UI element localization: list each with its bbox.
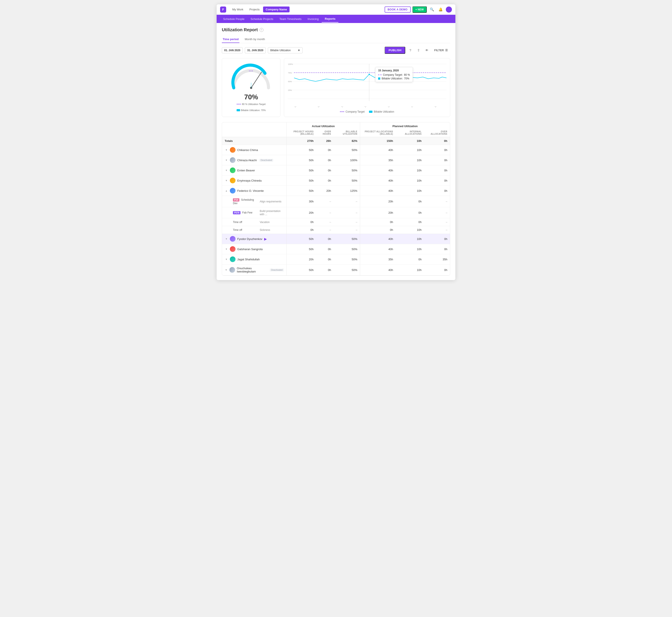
sub-over-hours: – <box>316 218 334 226</box>
cell-project-hours: 50h <box>287 145 316 155</box>
svg-text:50%: 50% <box>288 80 292 83</box>
col-project-alloc: PROJECT ALLOCATIONS (BILLABLE) <box>360 129 396 137</box>
cell-project-alloc: 35h <box>360 155 396 165</box>
nav-company-name[interactable]: Company Name <box>263 6 290 12</box>
avatar <box>230 157 235 163</box>
subnav-schedule-people[interactable]: Schedule People <box>220 16 247 22</box>
person-name: Gatsharan Sangrota <box>237 247 263 251</box>
svg-text:100%: 100% <box>288 63 293 65</box>
cell-project-hours: 50h <box>287 176 316 186</box>
col-internal-alloc: INTERNAL ALLOCATIONS <box>396 129 424 137</box>
table-row: ▼ Jagat Shahidullah 20h 0h 50% 35h 0h 35… <box>222 254 450 264</box>
user-avatar[interactable] <box>446 6 452 13</box>
sub-internal-alloc: 0h <box>396 207 424 218</box>
table-row: ▼ Fyodor Dyuzhenkov ▶ 50h 0h 50% 40h 10h… <box>222 234 450 244</box>
cell-project-alloc: 40h <box>360 186 396 196</box>
table-row: ▲ Federico O. Vincente 50h 20h 125% 40h … <box>222 186 450 196</box>
chevron-icon[interactable]: ▼ <box>225 169 228 172</box>
x-label: 20 Jan <box>387 106 393 108</box>
person-name: Chikanso Chima <box>237 148 258 152</box>
subnav-reports[interactable]: Reports <box>322 15 338 23</box>
sub-row: P578 Fab Few Build presentation with ...… <box>222 207 450 218</box>
table-row: ▼ Gatsharan Sangrota 50h 0h 50% 40h 10h … <box>222 244 450 254</box>
svg-text:75%: 75% <box>288 72 292 74</box>
date-end-input[interactable]: 31. JAN 2020 <box>245 47 266 53</box>
gauge-container: 70% 80 % Utilization Target Billable Uti… <box>222 58 281 117</box>
avatar <box>229 267 235 273</box>
avatar <box>230 188 235 194</box>
help-icon[interactable]: ? <box>260 28 264 32</box>
sub-over-hours: – <box>316 207 334 218</box>
cell-project-alloc: 35h <box>360 254 396 264</box>
report-tabs: Time period Month by month <box>222 36 450 43</box>
subnav-invoicing[interactable]: Invoicing <box>305 16 322 22</box>
person-name: Onuchukwu Iweobiegbulam <box>237 267 267 273</box>
search-icon[interactable]: 🔍 <box>429 6 436 13</box>
project-tag: P578 <box>233 211 240 214</box>
tab-month-by-month[interactable]: Month by month <box>244 36 266 43</box>
sub-nav: Schedule People Schedule Projects Team T… <box>217 15 455 23</box>
cell-project-hours: 50h <box>287 264 316 275</box>
help-circle-icon[interactable]: ? <box>407 47 413 53</box>
chevron-icon[interactable]: ▼ <box>225 238 228 240</box>
view-icon[interactable]: 👁 <box>424 47 430 53</box>
chevron-icon[interactable]: ▼ <box>225 268 228 271</box>
sub-task-name: Vacation <box>260 221 270 224</box>
utilization-filter-select[interactable]: Billable Utilization ▼ <box>268 47 303 53</box>
x-label: 25 Jan <box>411 106 416 108</box>
avatar <box>230 178 235 183</box>
cell-over-hours: 0h <box>316 244 334 254</box>
person-name: Federico O. Vincente <box>237 189 264 192</box>
filter-icon: ☰ <box>445 49 448 52</box>
share-icon[interactable]: ⇧ <box>415 47 422 53</box>
nav-my-work[interactable]: My Work <box>230 6 246 12</box>
chevron-icon[interactable]: ▼ <box>225 179 228 182</box>
chevron-icon[interactable]: ▼ <box>225 248 228 250</box>
cell-over-alloc: 35h <box>424 254 450 264</box>
cell-internal-alloc: 10h <box>396 145 424 155</box>
col-over-alloc: OVER ALLOCATIONS <box>424 129 450 137</box>
totals-over-alloc: 0h <box>424 137 450 145</box>
chevron-down-icon: ▼ <box>298 49 300 52</box>
gauge-legend: 80 % Utilization Target Billable Utiliza… <box>225 103 277 112</box>
filter-button[interactable]: FILTER ☰ <box>432 47 450 53</box>
sub-billable-util: – <box>334 196 360 207</box>
tab-time-period[interactable]: Time period <box>222 36 239 43</box>
avatar <box>230 168 235 173</box>
deactivated-badge: Deactivated <box>260 159 274 162</box>
page-header: Utilization Report ? <box>222 27 450 32</box>
svg-text:25%: 25% <box>288 89 292 91</box>
sub-internal-alloc: 0h <box>396 218 424 226</box>
x-label: 15 Jan <box>364 106 370 108</box>
totals-internal-alloc: 10h <box>396 137 424 145</box>
chevron-icon[interactable]: ▼ <box>225 149 228 151</box>
new-button[interactable]: + NEW <box>412 6 427 13</box>
subnav-schedule-projects[interactable]: Schedule Projects <box>247 16 276 22</box>
cell-project-hours: 50h <box>287 244 316 254</box>
book-demo-button[interactable]: BOOK A DEMO <box>385 6 411 13</box>
sub-billable-util: – <box>334 226 360 234</box>
sub-project-name: Fab Few <box>242 211 253 214</box>
totals-over-hours: 26h <box>316 137 334 145</box>
chevron-up-icon[interactable]: ▲ <box>225 189 228 192</box>
chevron-icon[interactable]: ▼ <box>225 258 228 260</box>
cell-project-alloc: 40h <box>360 234 396 244</box>
nav-right: BOOK A DEMO + NEW 🔍 🔔 <box>385 6 452 13</box>
cell-over-hours: 0h <box>316 254 334 264</box>
cell-project-alloc: 40h <box>360 165 396 176</box>
date-start-input[interactable]: 01. JAN 2020 <box>222 47 243 53</box>
legend-billable-util: Billable Utilization <box>369 110 394 113</box>
cell-internal-alloc: 10h <box>396 165 424 176</box>
top-nav: My Work Projects Company Name <box>230 6 385 12</box>
publish-button[interactable]: PUBLISH <box>385 47 405 54</box>
person-name: Fyodor Dyuzhenkov <box>237 237 263 241</box>
cell-billable-util: 50% <box>334 176 360 186</box>
cell-internal-alloc: 10h <box>396 234 424 244</box>
chevron-icon[interactable]: ▼ <box>225 159 228 161</box>
notifications-icon[interactable]: 🔔 <box>437 6 444 13</box>
legend-dashed-line <box>236 104 241 105</box>
nav-projects[interactable]: Projects <box>247 6 262 12</box>
cell-over-hours: 0h <box>316 264 334 275</box>
company-target-dash <box>340 112 344 112</box>
subnav-team-timesheets[interactable]: Team Timesheets <box>276 16 305 22</box>
